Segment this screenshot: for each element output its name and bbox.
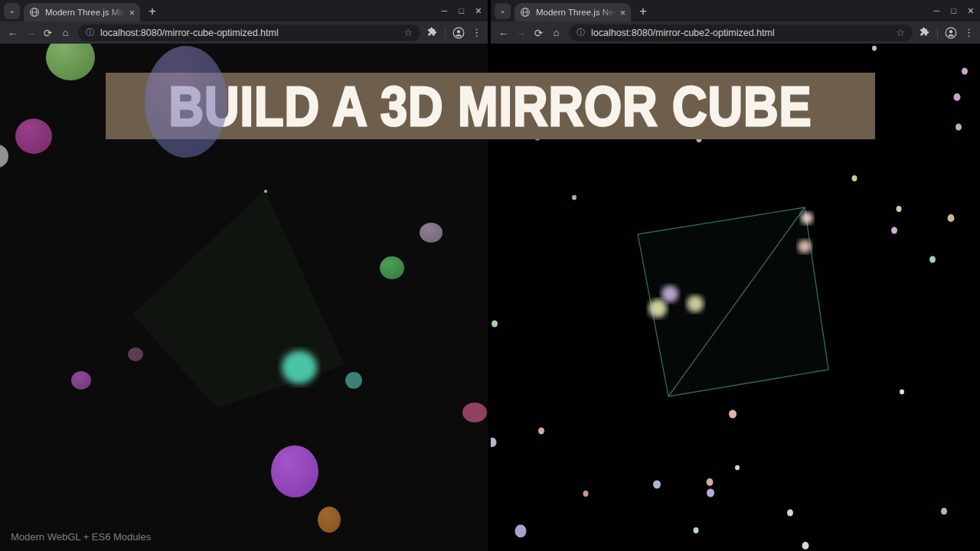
cube-edge-highlight bbox=[264, 190, 267, 193]
new-tab-button[interactable]: + bbox=[149, 5, 156, 18]
glow-particle bbox=[798, 240, 812, 253]
minimize-button[interactable]: ─ bbox=[441, 7, 447, 15]
particle-sphere bbox=[128, 347, 143, 361]
minimize-button[interactable]: ─ bbox=[933, 7, 939, 15]
neon-particle bbox=[962, 68, 968, 75]
neon-particle bbox=[694, 527, 699, 533]
back-icon[interactable]: ← bbox=[4, 27, 21, 38]
neon-particle bbox=[802, 542, 809, 549]
neon-particle bbox=[572, 195, 577, 201]
tab-close-icon[interactable]: × bbox=[619, 8, 626, 18]
banner-title-text: BUILD A 3D MIRROR CUBE bbox=[169, 74, 812, 137]
neon-wireframe-cube bbox=[638, 207, 828, 396]
bookmark-star-icon[interactable]: ☆ bbox=[403, 27, 413, 38]
tab-title: Modern Three.js Mirror bbox=[45, 8, 126, 17]
reload-icon[interactable]: ⟳ bbox=[530, 27, 547, 39]
new-tab-button[interactable]: + bbox=[639, 5, 647, 18]
close-button[interactable]: × bbox=[968, 5, 974, 16]
tab-search-button[interactable]: ⌄ bbox=[495, 3, 511, 19]
neon-particle bbox=[929, 256, 936, 263]
neon-particle bbox=[897, 206, 902, 212]
particle-sphere bbox=[462, 403, 487, 422]
neon-particle bbox=[787, 510, 793, 517]
neon-particle bbox=[735, 465, 740, 471]
neon-particle bbox=[729, 409, 737, 418]
reload-icon[interactable]: ⟳ bbox=[39, 27, 57, 39]
maximize-button[interactable]: □ bbox=[951, 7, 956, 15]
tab-search-button[interactable]: ⌄ bbox=[4, 3, 20, 19]
particle-sphere bbox=[318, 507, 341, 533]
titlebar-left: ⌄ Modern Three.js Mirror × + ─ □ × bbox=[0, 0, 488, 21]
neon-particle bbox=[956, 124, 962, 131]
site-info-icon[interactable]: ⓘ bbox=[86, 27, 94, 38]
neon-particle bbox=[653, 480, 661, 488]
particle-sphere bbox=[0, 145, 8, 168]
home-icon[interactable]: ⌂ bbox=[547, 27, 565, 38]
toolbar-left: ← → ⟳ ⌂ ⓘ localhost:8080/mirror-cube-opt… bbox=[0, 21, 488, 44]
back-icon[interactable]: ← bbox=[495, 27, 512, 38]
profile-icon[interactable] bbox=[945, 27, 957, 39]
toolbar-separator bbox=[445, 28, 446, 38]
home-icon[interactable]: ⌂ bbox=[57, 27, 74, 38]
neon-particle bbox=[515, 525, 527, 538]
particle-sphere bbox=[345, 372, 362, 389]
extensions-icon[interactable] bbox=[919, 27, 930, 38]
glow-particle bbox=[801, 212, 813, 224]
glow-particle bbox=[662, 285, 678, 302]
neon-particle bbox=[491, 438, 497, 447]
neon-particle bbox=[492, 321, 498, 328]
neon-particle bbox=[891, 227, 897, 234]
tab-close-icon[interactable]: × bbox=[129, 8, 135, 18]
neon-particle bbox=[872, 46, 877, 51]
titlebar-right: ⌄ Modern Three.js Neon × + ─ □ × bbox=[491, 0, 980, 21]
url-text[interactable]: localhost:8080/mirror-cube-optimized.htm… bbox=[100, 28, 399, 38]
globe-favicon-icon bbox=[520, 7, 531, 18]
neon-particle bbox=[900, 390, 904, 395]
menu-kebab-icon[interactable]: ⋮ bbox=[964, 27, 974, 38]
neon-particle bbox=[583, 491, 589, 497]
particle-sphere bbox=[380, 256, 404, 279]
neon-particle bbox=[954, 93, 961, 101]
bookmark-star-icon[interactable]: ☆ bbox=[896, 27, 905, 38]
particle-sphere bbox=[420, 223, 443, 243]
chevron-down-icon: ⌄ bbox=[499, 7, 505, 15]
toolbar-right: ← → ⟳ ⌂ ⓘ localhost:8080/mirror-cube2-op… bbox=[491, 21, 980, 44]
scene-credit-text: Modern WebGL + ES6 Modules bbox=[11, 531, 151, 543]
forward-icon[interactable]: → bbox=[512, 27, 530, 38]
toolbar-separator bbox=[937, 28, 938, 38]
profile-icon[interactable] bbox=[452, 27, 465, 39]
chevron-down-icon: ⌄ bbox=[8, 7, 15, 15]
particle-sphere bbox=[15, 119, 52, 154]
site-info-icon[interactable]: ⓘ bbox=[577, 27, 585, 38]
particle-sphere bbox=[271, 445, 318, 497]
particle-sphere bbox=[282, 350, 317, 384]
tab-neon-cube[interactable]: Modern Three.js Neon × bbox=[514, 3, 631, 21]
maximize-button[interactable]: □ bbox=[459, 7, 464, 15]
video-title-banner: BUILD A 3D MIRROR CUBE bbox=[106, 73, 875, 139]
particle-sphere bbox=[71, 371, 91, 390]
tab-title: Modern Three.js Neon bbox=[536, 8, 617, 17]
glow-particle bbox=[687, 295, 704, 312]
neon-particle bbox=[707, 488, 714, 497]
glow-particle bbox=[648, 299, 667, 318]
particle-sphere bbox=[46, 44, 95, 80]
neon-particle bbox=[538, 428, 544, 435]
menu-kebab-icon[interactable]: ⋮ bbox=[472, 27, 482, 38]
address-bar[interactable]: ⓘ localhost:8080/mirror-cube-optimized.h… bbox=[78, 24, 420, 41]
globe-favicon-icon bbox=[29, 7, 40, 18]
forward-icon[interactable]: → bbox=[21, 27, 39, 38]
neon-particle bbox=[948, 214, 955, 222]
tab-mirror-cube[interactable]: Modern Three.js Mirror × bbox=[24, 3, 140, 21]
neon-particle bbox=[707, 478, 714, 486]
extensions-icon[interactable] bbox=[426, 27, 438, 38]
address-bar[interactable]: ⓘ localhost:8080/mirror-cube2-optimized.… bbox=[569, 24, 913, 41]
neon-particle bbox=[852, 175, 858, 181]
url-text[interactable]: localhost:8080/mirror-cube2-optimized.ht… bbox=[591, 28, 891, 38]
close-button[interactable]: × bbox=[475, 5, 482, 16]
neon-particle bbox=[941, 508, 947, 515]
